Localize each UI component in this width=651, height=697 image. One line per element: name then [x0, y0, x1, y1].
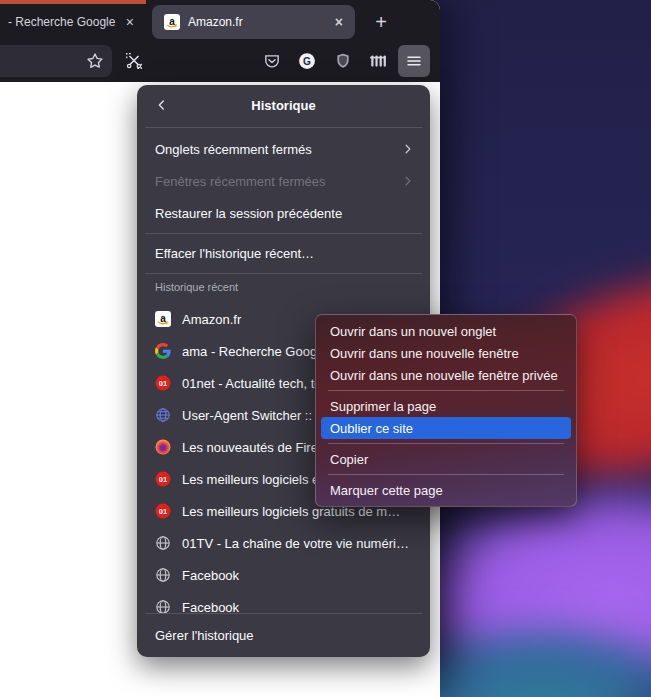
context-menu-item[interactable]: Ouvrir dans une nouvelle fenêtre privée	[316, 364, 576, 386]
navigation-toolbar: G	[0, 40, 440, 82]
page-top-strip	[0, 0, 146, 4]
context-menu-item[interactable]: Supprimer la page	[316, 395, 576, 417]
history-item-label: Facebook	[182, 568, 420, 583]
chevron-right-icon	[402, 175, 414, 187]
globe-favicon-icon	[155, 599, 171, 613]
screenshot-scissors-icon[interactable]	[119, 46, 149, 76]
o1net-favicon-icon: 01	[155, 503, 171, 519]
tab-title: - Recherche Google	[8, 15, 122, 29]
url-bar[interactable]	[0, 45, 112, 77]
history-item-label: Facebook	[182, 600, 420, 614]
history-item-label: 01TV - La chaîne de votre vie numéri…	[182, 536, 420, 551]
amazon-favicon-icon: a	[164, 14, 180, 30]
tab-amazon[interactable]: a Amazon.fr ×	[152, 5, 355, 39]
amazon-favicon-icon: a	[155, 311, 171, 327]
01net-favicon-icon: 01	[155, 503, 171, 519]
separator	[145, 273, 422, 274]
extension-bars-icon[interactable]	[363, 46, 393, 76]
g-badge-extension-icon[interactable]: G	[292, 46, 322, 76]
manage-history-label: Gérer l'historique	[155, 628, 254, 643]
context-menu-item[interactable]: Copier	[316, 448, 576, 470]
firefox-favicon-icon	[155, 439, 171, 455]
pocket-icon[interactable]	[257, 46, 287, 76]
svg-text:01: 01	[159, 475, 167, 484]
01net-favicon-icon: 01	[155, 375, 171, 391]
google-favicon-icon	[155, 343, 171, 359]
globe-favicon-icon	[155, 567, 171, 583]
panel-nav-item[interactable]: Restaurer la session précédente	[137, 197, 430, 229]
amazon-favicon-icon: a	[155, 311, 171, 327]
panel-back-button[interactable]	[149, 93, 175, 117]
tab-close-icon[interactable]: ×	[122, 13, 138, 31]
shield-extension-icon[interactable]	[328, 46, 358, 76]
recent-history-section-label: Historique récent	[155, 277, 238, 297]
bookmark-star-icon[interactable]	[80, 46, 110, 76]
user-agent-switcher-favicon-icon	[155, 407, 171, 423]
menu-separator	[328, 390, 564, 391]
context-menu-item[interactable]: Oublier ce site	[321, 417, 571, 439]
manage-history-item[interactable]: Gérer l'historique	[137, 617, 430, 653]
separator	[145, 127, 422, 128]
menu-separator	[328, 443, 564, 444]
firefox-favicon-icon	[155, 439, 171, 455]
o1net-favicon-icon: 01	[155, 375, 171, 391]
panel-nav-item-label: Onglets récemment fermés	[155, 142, 402, 157]
context-menu-item[interactable]: Marquer cette page	[316, 479, 576, 501]
wallpaper-corner-shade	[560, 600, 651, 697]
panel-title: Historique	[137, 85, 430, 125]
separator	[145, 233, 422, 234]
panel-nav-item: Fenêtres récemment fermées	[137, 165, 430, 197]
clear-recent-history-label: Effacer l'historique récent…	[155, 246, 414, 261]
panel-nav-item-label: Fenêtres récemment fermées	[155, 174, 402, 189]
01net-favicon-icon: 01	[155, 471, 171, 487]
uaswitcher-favicon-icon	[155, 407, 171, 423]
context-menu-item[interactable]: Ouvrir dans un nouvel onglet	[316, 320, 576, 342]
tab-title: Amazon.fr	[188, 15, 323, 29]
chevron-right-icon	[402, 143, 414, 155]
google-favicon-icon	[155, 343, 171, 359]
new-tab-button[interactable]: +	[366, 7, 396, 37]
globe-favicon-icon	[155, 535, 171, 551]
globe-favicon-icon	[155, 599, 171, 613]
tab-bar: - Recherche Google × a Amazon.fr × +	[0, 0, 440, 40]
globe-favicon-icon	[155, 567, 171, 583]
svg-text:01: 01	[159, 507, 167, 516]
globe-favicon-icon	[155, 535, 171, 551]
svg-text:G: G	[303, 56, 311, 67]
tab-recherche-google[interactable]: - Recherche Google ×	[0, 4, 146, 40]
clear-recent-history-item[interactable]: Effacer l'historique récent…	[137, 237, 430, 269]
history-item[interactable]: 01TV - La chaîne de votre vie numéri…	[137, 527, 430, 559]
app-menu-hamburger-button[interactable]	[398, 45, 430, 77]
svg-text:01: 01	[159, 379, 167, 388]
menu-separator	[328, 474, 564, 475]
context-menu: Ouvrir dans un nouvel ongletOuvrir dans …	[315, 314, 577, 507]
tab-close-icon[interactable]: ×	[331, 13, 347, 31]
panel-nav-item[interactable]: Onglets récemment fermés	[137, 133, 430, 165]
panel-nav-item-label: Restaurer la session précédente	[155, 206, 414, 221]
separator	[145, 613, 422, 614]
history-item[interactable]: Facebook	[137, 559, 430, 591]
context-menu-item[interactable]: Ouvrir dans une nouvelle fenêtre	[316, 342, 576, 364]
history-item[interactable]: Facebook	[137, 591, 430, 613]
o1net-favicon-icon: 01	[155, 471, 171, 487]
